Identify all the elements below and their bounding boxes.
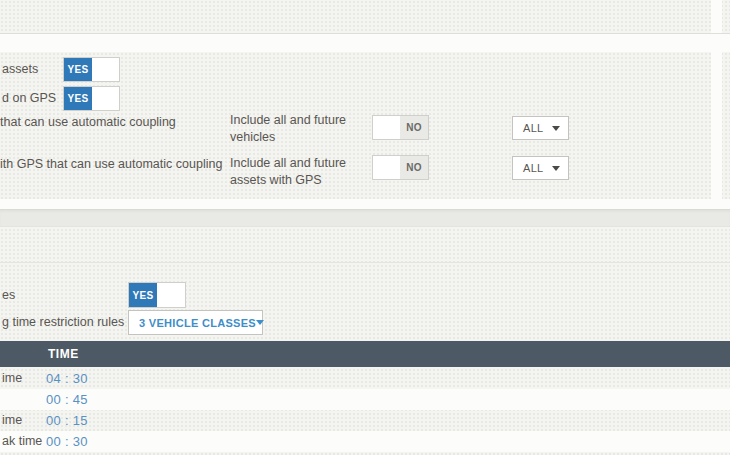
note-include-future-vehicles: Include all and future vehicles	[230, 112, 355, 146]
setting-label-auto-coupling-vehicles: that can use automatic coupling	[0, 115, 176, 130]
setting-label-gps: d on GPS	[2, 91, 56, 106]
setting-label-auto-coupling-assets: ith GPS that can use automatic coupling	[0, 157, 222, 172]
section-border-line	[0, 262, 730, 263]
section-gap-band	[0, 199, 730, 209]
time-row-label: ime	[2, 413, 22, 427]
table-row: ak time 00 : 30	[0, 431, 730, 452]
table-row: ime 04 : 30	[0, 368, 730, 389]
chevron-down-icon	[552, 166, 560, 171]
time-row-label: ime	[2, 371, 22, 385]
toggle-state-label: YES	[64, 58, 92, 81]
table-header-row: TIME	[0, 341, 730, 367]
vehicle-classes-dropdown[interactable]: 3 VEHICLE CLASSES	[128, 310, 263, 335]
setting-label-assets: assets	[2, 62, 38, 77]
time-row-label: ak time	[2, 434, 42, 448]
collapsed-section-bar[interactable]	[0, 209, 730, 227]
setting-label-restriction-rules: g time restriction rules	[2, 315, 124, 330]
assets-scope-dropdown[interactable]: ALL	[512, 156, 569, 180]
settings-page: assets YES d on GPS YES that can use aut…	[0, 0, 730, 455]
toggle-gps[interactable]: YES	[63, 86, 120, 111]
table-row: ime 00 : 15	[0, 410, 730, 431]
selected-value: ALL	[523, 122, 543, 134]
column-header-time: TIME	[48, 347, 79, 361]
chevron-down-icon	[552, 126, 560, 131]
selected-value: ALL	[523, 162, 543, 174]
vehicles-scope-dropdown[interactable]: ALL	[512, 116, 569, 140]
toggle-assets[interactable]: YES	[63, 57, 120, 82]
right-gutter	[711, 0, 722, 209]
toggle-auto-coupling-vehicles[interactable]: NO	[372, 115, 429, 140]
table-row: 00 : 45	[0, 389, 730, 410]
setting-label-rules-enabled: es	[2, 288, 15, 303]
time-value[interactable]: 00 : 30	[46, 434, 88, 449]
toggle-state-label: NO	[400, 156, 428, 179]
note-include-future-assets: Include all and future assets with GPS	[230, 155, 355, 189]
time-value[interactable]: 00 : 15	[46, 413, 88, 428]
toggle-rules-enabled[interactable]: YES	[128, 282, 186, 308]
toggle-state-label: NO	[400, 116, 428, 139]
time-value[interactable]: 00 : 45	[46, 392, 88, 407]
toggle-state-label: YES	[129, 283, 157, 307]
toggle-state-label: YES	[64, 87, 92, 110]
toggle-auto-coupling-assets[interactable]: NO	[372, 155, 429, 180]
time-value[interactable]: 04 : 30	[46, 371, 88, 386]
selected-value: 3 VEHICLE CLASSES	[139, 317, 256, 329]
top-divider-band	[0, 33, 730, 52]
chevron-down-icon	[256, 320, 264, 325]
